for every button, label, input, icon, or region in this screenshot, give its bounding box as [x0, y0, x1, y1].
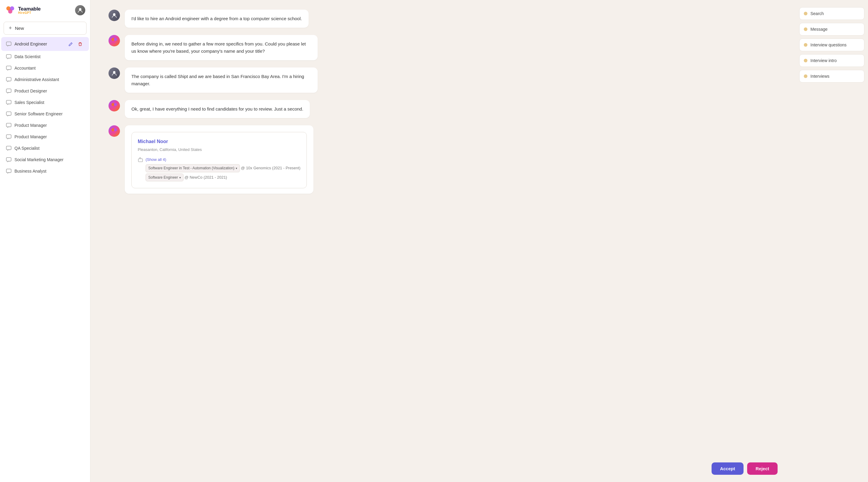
right-panel-item-interviews[interactable]: Interviews	[799, 70, 864, 83]
svg-rect-9	[6, 100, 11, 104]
main-content-wrapper: I'd like to hire an Android engineer wit…	[90, 0, 796, 482]
svg-rect-14	[6, 158, 11, 161]
candidate-card-bubble: Michael NoorPleasanton, California, Unit…	[125, 125, 313, 194]
svg-point-19	[113, 40, 116, 43]
sidebar-item-product-manager-1[interactable]: Product Manager	[1, 120, 89, 131]
user-avatar[interactable]	[75, 5, 85, 15]
status-dot	[804, 27, 807, 31]
right-panel-item-label: Interviews	[810, 74, 830, 78]
message-bubble: Ok, great, I have everything I need to f…	[125, 100, 310, 118]
message-bubble: Before diving in, we need to gather a fe…	[125, 35, 318, 60]
new-conversation-button[interactable]: + New	[4, 22, 87, 35]
action-bar: Accept Reject	[90, 459, 796, 482]
show-all-link[interactable]: (Show all 4)	[146, 156, 301, 163]
chat-icon	[6, 157, 11, 162]
sidebar: Teamable HireGPT + New Android Engineer …	[0, 0, 90, 482]
briefcase-icon	[138, 157, 143, 162]
right-panel-item-interview-questions[interactable]: Interview questions	[799, 38, 864, 51]
svg-rect-6	[6, 66, 11, 70]
job-title-tag: Software Engineer in Test - Automation (…	[146, 164, 240, 172]
candidate-card: Michael NoorPleasanton, California, Unit…	[131, 132, 307, 188]
sidebar-item-label: Product Designer	[14, 89, 84, 93]
logo-name: Teamable	[18, 6, 41, 11]
svg-rect-10	[6, 112, 11, 116]
edit-button[interactable]	[67, 40, 74, 48]
main-area: I'd like to hire an Android engineer wit…	[90, 0, 796, 482]
sidebar-item-product-manager-2[interactable]: Product Manager	[1, 131, 89, 142]
chat-icon	[6, 146, 11, 151]
svg-point-3	[79, 8, 82, 10]
user-avatar-icon	[108, 10, 120, 21]
messages-container: I'd like to hire an Android engineer wit…	[90, 0, 796, 459]
bot-avatar-icon	[108, 100, 120, 111]
sidebar-item-label: Product Manager	[14, 134, 84, 139]
sidebar-item-senior-software-engineer[interactable]: Senior Software Engineer	[1, 108, 89, 120]
sidebar-item-data-scientist[interactable]: Data Scientist	[1, 51, 89, 62]
sidebar-item-sales-specialist[interactable]: Sales Specialist	[1, 97, 89, 108]
right-panel-item-message[interactable]: Message	[799, 23, 864, 36]
right-panel-item-search[interactable]: Search	[799, 7, 864, 20]
teamable-logo-icon	[5, 5, 16, 16]
message-row: I'd like to hire an Android engineer wit…	[108, 10, 778, 28]
svg-point-23	[113, 105, 116, 108]
svg-rect-5	[6, 55, 11, 58]
svg-rect-13	[6, 146, 11, 150]
svg-rect-15	[6, 169, 11, 172]
status-dot	[804, 43, 807, 47]
sidebar-item-administrative-assistant[interactable]: Administrative Assistant	[1, 74, 89, 85]
sidebar-item-qa-specialist[interactable]: QA Specialist	[1, 142, 89, 154]
candidate-experience: (Show all 4)Software Engineer in Test - …	[138, 156, 301, 183]
right-panel-item-label: Interview questions	[810, 42, 846, 47]
sidebar-item-label: Accountant	[14, 66, 84, 70]
sidebar-item-label: Administrative Assistant	[14, 77, 84, 82]
chat-icon	[6, 77, 11, 82]
chat-icon	[6, 134, 11, 139]
job-entry: Software Engineer ▾ @ NewCo (2021 - 2021…	[146, 173, 301, 182]
sidebar-item-actions	[67, 40, 84, 48]
job-company: @ 10x Genomics (2021 - Present)	[240, 166, 301, 170]
job-title-tag: Software Engineer ▾	[146, 173, 184, 181]
right-panel-item-label: Message	[810, 27, 828, 32]
svg-point-20	[113, 71, 116, 73]
svg-point-16	[113, 13, 116, 16]
sidebar-item-label: Android Engineer	[14, 41, 64, 46]
sidebar-item-business-analyst[interactable]: Business Analyst	[1, 165, 89, 177]
chat-icon	[6, 54, 11, 59]
bot-avatar-icon	[108, 35, 120, 46]
message-row: The company is called Shipt and we are b…	[108, 67, 778, 93]
accept-button[interactable]: Accept	[712, 462, 744, 475]
status-dot	[804, 59, 807, 62]
chat-icon	[6, 88, 11, 94]
svg-rect-12	[6, 135, 11, 138]
status-dot	[804, 12, 807, 15]
logo-text-area: Teamable HireGPT	[18, 6, 41, 14]
logo-mark: Teamable HireGPT	[5, 5, 41, 16]
sidebar-item-android-engineer[interactable]: Android Engineer	[1, 37, 89, 51]
right-panel-item-label: Search	[810, 11, 824, 16]
svg-point-26	[113, 131, 116, 134]
sidebar-item-label: Social Marketing Manager	[14, 157, 84, 162]
sidebar-item-social-marketing-manager[interactable]: Social Marketing Manager	[1, 154, 89, 165]
svg-point-2	[8, 9, 12, 13]
sidebar-item-label: Business Analyst	[14, 169, 84, 173]
right-panel-item-label: Interview intro	[810, 58, 837, 63]
sidebar-item-label: Product Manager	[14, 123, 84, 128]
sidebar-item-label: Data Scientist	[14, 54, 84, 59]
delete-button[interactable]	[76, 40, 84, 48]
chat-icon	[6, 168, 11, 174]
svg-rect-8	[6, 89, 11, 93]
logo-sub: HireGPT	[18, 11, 41, 14]
reject-button[interactable]: Reject	[747, 462, 778, 475]
sidebar-items-list: Android Engineer Data Scientist Accounta…	[0, 37, 90, 177]
candidate-name[interactable]: Michael Noor	[138, 138, 301, 146]
sidebar-item-accountant[interactable]: Accountant	[1, 62, 89, 74]
chat-icon	[6, 100, 11, 105]
sidebar-item-product-designer[interactable]: Product Designer	[1, 85, 89, 97]
right-panel-item-interview-intro[interactable]: Interview intro	[799, 54, 864, 67]
right-panel: SearchMessageInterview questionsIntervie…	[796, 0, 868, 482]
bot-avatar-icon	[108, 125, 120, 137]
message-row: Before diving in, we need to gather a fe…	[108, 35, 778, 60]
logo-area: Teamable HireGPT	[0, 5, 90, 22]
message-row: Ok, great, I have everything I need to f…	[108, 100, 778, 118]
experience-details: (Show all 4)Software Engineer in Test - …	[146, 156, 301, 183]
